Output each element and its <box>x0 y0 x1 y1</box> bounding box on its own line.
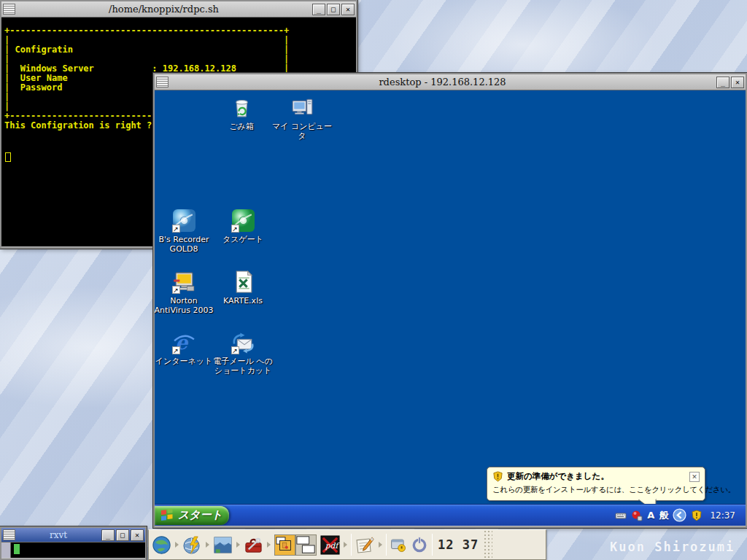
close-button[interactable]: ✕ <box>731 77 744 88</box>
desktop-show-launcher-icon[interactable] <box>213 535 233 555</box>
rxvt-titlebar[interactable]: rxvt _ □ ✕ <box>1 528 145 542</box>
rxvt-content[interactable] <box>1 542 145 558</box>
trackball-tray-icon[interactable] <box>631 510 643 521</box>
minimize-button[interactable]: _ <box>312 4 325 15</box>
shortcut-arrow-icon: ↗ <box>172 346 180 354</box>
desktop-icon-recycle-bin[interactable]: ごみ箱 <box>209 96 274 131</box>
desktop-icon-norton-antivirus[interactable]: ↗ Norton AntiVirus 2003 <box>155 270 217 315</box>
desktop-icon-email-shortcut[interactable]: ↗ 電子メール へのショートカット <box>210 330 276 376</box>
watermark-text: Kuon Shirozumi <box>610 540 735 554</box>
launcher-arrow[interactable] <box>267 542 271 548</box>
windows-update-shield-icon[interactable] <box>691 510 703 521</box>
minimize-button[interactable]: _ <box>101 529 115 541</box>
launcher-panel: pdf 12 37 <box>148 529 546 560</box>
icon-label: KARTE.xls <box>223 296 263 306</box>
rxvt-title: rxvt <box>17 530 100 540</box>
rdesktop-window: rdesktop - 192.168.12.128 _ ✕ ごみ箱 <box>153 73 747 528</box>
icon-label: B's Recorder GOLD8 <box>155 235 217 254</box>
rxvt-cursor <box>14 544 20 554</box>
panel-separator <box>351 534 352 556</box>
launcher-arrow[interactable] <box>206 542 209 548</box>
launcher-arrow[interactable] <box>236 542 240 548</box>
launcher-arrow[interactable] <box>379 542 382 548</box>
close-button[interactable]: ✕ <box>131 529 144 541</box>
screenshot-launcher-icon[interactable] <box>390 537 407 553</box>
rdesktop-titlebar[interactable]: rdesktop - 192.168.12.128 _ ✕ <box>155 74 746 90</box>
close-button[interactable]: ✕ <box>341 4 355 15</box>
desktop-icon-karte-xls[interactable]: KARTE.xls <box>210 270 276 306</box>
tray-clock[interactable]: 12:37 <box>710 510 735 521</box>
terminal-titlebar[interactable]: /home/knoppix/rdpc.sh _ □ ✕ <box>1 1 356 18</box>
text-editor-launcher-icon[interactable] <box>355 535 375 555</box>
update-notification-balloon[interactable]: 更新の準備ができました。 ✕ これらの更新をインストールするには、ここをクリック… <box>487 467 705 501</box>
icon-label: Norton AntiVirus 2003 <box>155 296 217 315</box>
window-menu-icon[interactable] <box>3 529 15 540</box>
launcher-arrow[interactable] <box>344 542 347 548</box>
recycle-bin-icon <box>230 96 254 120</box>
web-browser-launcher-icon[interactable] <box>152 535 171 555</box>
windows-logo-icon <box>160 509 174 522</box>
start-button-label: スタート <box>178 508 222 522</box>
power-launcher-icon[interactable] <box>411 536 428 553</box>
rxvt-scrollbar[interactable] <box>1 542 11 558</box>
panel-separator <box>386 534 387 556</box>
svg-text:pdf: pdf <box>325 541 340 551</box>
xp-taskbar: スタート A 般 <box>155 504 746 526</box>
terminal-cursor <box>5 152 11 162</box>
desktop-icon-bs-recorder[interactable]: ↗ B's Recorder GOLD8 <box>155 209 217 254</box>
ime-conversion-indicator[interactable]: 般 <box>659 509 668 522</box>
rdesktop-title: rdesktop - 192.168.12.128 <box>170 77 715 88</box>
maximize-button[interactable]: □ <box>327 4 340 15</box>
workspace-1[interactable] <box>274 534 295 556</box>
shortcut-arrow-icon: ↗ <box>172 225 180 233</box>
panel-clock: 12 37 <box>436 537 480 552</box>
workspace-2[interactable] <box>295 534 317 556</box>
panel-drag-handle[interactable] <box>484 530 492 559</box>
window-menu-icon[interactable] <box>3 4 15 15</box>
balloon-body[interactable]: これらの更新をインストールするには、ここをクリックしてください。 <box>492 485 700 495</box>
icon-label: ごみ箱 <box>229 122 254 131</box>
shortcut-arrow-icon: ↗ <box>231 346 239 354</box>
panel-separator <box>432 534 433 556</box>
ime-mode-indicator[interactable]: A <box>647 510 654 521</box>
security-shield-icon <box>492 471 503 482</box>
window-menu-icon[interactable] <box>156 77 169 88</box>
system-tray: A 般 12:37 <box>615 505 746 526</box>
start-button[interactable]: スタート <box>155 506 229 525</box>
xp-desktop[interactable]: ごみ箱 マイ コンピュータ ↗ B's <box>155 90 746 526</box>
shortcut-arrow-icon: ↗ <box>231 225 239 233</box>
rxvt-window: rxvt _ □ ✕ <box>0 526 147 560</box>
desktop-icon-my-computer[interactable]: マイ コンピュータ <box>269 96 335 141</box>
toolbox-launcher-icon[interactable] <box>244 535 263 555</box>
icon-label: インターネット <box>155 357 213 366</box>
balloon-close-button[interactable]: ✕ <box>689 472 700 482</box>
language-bar-chevron-icon[interactable] <box>673 508 686 522</box>
excel-file-icon <box>231 270 255 294</box>
xpdf-launcher-icon[interactable]: pdf <box>320 535 340 555</box>
launcher-arrow[interactable] <box>175 542 179 548</box>
terminal-title: /home/knoppix/rdpc.sh <box>17 4 311 15</box>
desktop-icon-taskgate[interactable]: ↗ タスゲート <box>210 209 276 244</box>
balloon-title: 更新の準備ができました。 <box>507 471 686 482</box>
mozilla-launcher-icon[interactable] <box>182 535 202 555</box>
icon-label: 電子メール へのショートカット <box>210 357 276 376</box>
my-computer-icon <box>290 96 314 120</box>
shortcut-arrow-icon: ↗ <box>172 286 180 294</box>
keyboard-tray-icon[interactable] <box>615 510 627 521</box>
icon-label: タスゲート <box>222 235 263 244</box>
minimize-button[interactable]: _ <box>716 77 729 88</box>
icon-label: マイ コンピュータ <box>269 122 335 141</box>
maximize-button[interactable]: □ <box>116 529 129 541</box>
desktop-icon-internet[interactable]: e ↗ インターネット <box>155 330 217 366</box>
workspace-pager <box>274 534 317 556</box>
